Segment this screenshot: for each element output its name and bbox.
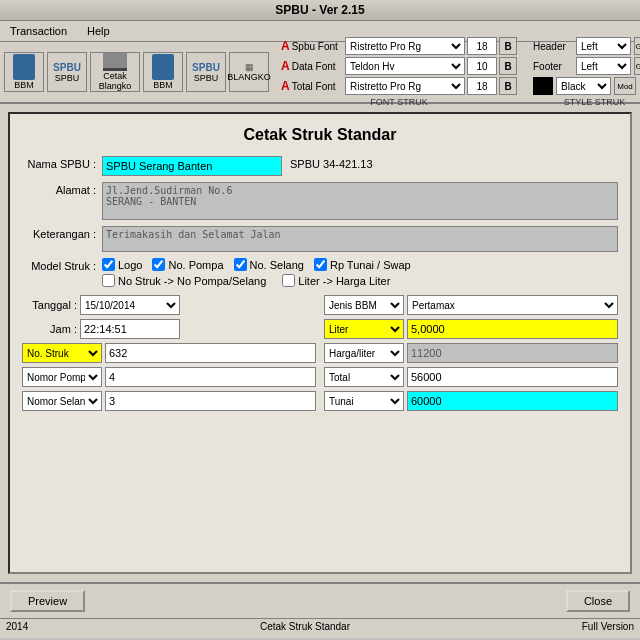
model-label: Model Struk : bbox=[22, 258, 102, 272]
spbu-font-size[interactable] bbox=[467, 37, 497, 55]
model-struk-row: Model Struk : Logo No. Pompa No. Selang … bbox=[22, 258, 618, 272]
garis-footer-btn[interactable]: Garis bbox=[634, 57, 640, 75]
data-left: Tanggal : 15/10/2014 Jam : No. Struk bbox=[22, 295, 316, 415]
total-font-bold[interactable]: B bbox=[499, 77, 517, 95]
total-font-select[interactable]: Ristretto Pro Rg bbox=[345, 77, 465, 95]
rptunai-checkbox-label[interactable]: Rp Tunai / Swap bbox=[314, 258, 411, 271]
preview-button[interactable]: Preview bbox=[10, 590, 85, 612]
logo-checkbox-label[interactable]: Logo bbox=[102, 258, 142, 271]
keterangan-label: Keterangan : bbox=[22, 226, 102, 240]
gas-icon bbox=[13, 54, 35, 80]
status-version: Full Version bbox=[582, 621, 634, 636]
bottom-bar: Preview Close bbox=[0, 582, 640, 618]
jenisbbm-select-label[interactable]: Jenis BBM bbox=[324, 295, 404, 315]
spbu2-button[interactable]: SPBU SPBU bbox=[186, 52, 226, 92]
logo-checkbox[interactable] bbox=[102, 258, 115, 271]
cetak-icon bbox=[103, 53, 127, 71]
alamat-textarea[interactable]: Jl.Jend.Sudirman No.6 SERANG - BANTEN bbox=[102, 182, 618, 220]
bbm2-button[interactable]: BBM bbox=[143, 52, 183, 92]
spbu-label: SPBU bbox=[55, 73, 80, 83]
nomorpompa-input[interactable] bbox=[105, 367, 316, 387]
nostruk-select[interactable]: No. Struk bbox=[22, 343, 102, 363]
nomorselang-select[interactable]: Nomor Selang bbox=[22, 391, 102, 411]
color-select[interactable]: Black bbox=[556, 77, 611, 95]
nopompa-checkbox[interactable] bbox=[152, 258, 165, 271]
nostruk-row: No. Struk bbox=[22, 343, 316, 363]
jenisbbm-row: Jenis BBM Pertamax bbox=[324, 295, 618, 315]
jam-label: Jam : bbox=[22, 323, 77, 335]
hargaliter-select[interactable]: Harga/liter bbox=[324, 343, 404, 363]
tanggal-label: Tanggal : bbox=[22, 299, 77, 311]
alamat-label: Alamat : bbox=[22, 182, 102, 196]
nostruk-checkbox-label[interactable]: No Struk -> No Pompa/Selang bbox=[102, 274, 266, 287]
keterangan-textarea[interactable]: Terimakasih dan Selamat Jalan bbox=[102, 226, 618, 252]
header-select[interactable]: Left bbox=[576, 37, 631, 55]
liter-input[interactable] bbox=[407, 319, 618, 339]
rptunai-checkbox[interactable] bbox=[314, 258, 327, 271]
color-swatch[interactable] bbox=[533, 77, 553, 95]
nama-label: Nama SPBU : bbox=[22, 156, 102, 170]
data-font-bold[interactable]: B bbox=[499, 57, 517, 75]
nomorselang-input[interactable] bbox=[105, 391, 316, 411]
nomorpompa-select[interactable]: Nomor Pompa bbox=[22, 367, 102, 387]
nostruk-checkbox[interactable] bbox=[102, 274, 115, 287]
noselang-checkbox-label[interactable]: No. Selang bbox=[234, 258, 304, 271]
total-font-size[interactable] bbox=[467, 77, 497, 95]
font-icon-a3: A bbox=[281, 79, 290, 93]
spbu2-label: SPBU bbox=[194, 73, 219, 83]
spbu-button[interactable]: SPBU SPBU bbox=[47, 52, 87, 92]
hargaliter-input[interactable] bbox=[407, 343, 618, 363]
color-row: Black Mod bbox=[533, 77, 640, 95]
blangko-icon: ▦ bbox=[245, 62, 254, 72]
spbu-font-row: A Spbu Font Ristretto Pro Rg B bbox=[281, 37, 517, 55]
data-font-select[interactable]: Teldon Hv bbox=[345, 57, 465, 75]
footer-select[interactable]: Left bbox=[576, 57, 631, 75]
spbu-icon2: SPBU bbox=[192, 62, 220, 73]
data-right: Jenis BBM Pertamax Liter Harga/li bbox=[324, 295, 618, 415]
tunai-input[interactable] bbox=[407, 391, 618, 411]
total-select[interactable]: Total bbox=[324, 367, 404, 387]
alamat-row: Alamat : Jl.Jend.Sudirman No.6 SERANG - … bbox=[22, 182, 618, 220]
spbu-font-label: A Spbu Font bbox=[281, 39, 343, 53]
bbm2-label: BBM bbox=[153, 80, 173, 90]
nama-input[interactable] bbox=[102, 156, 282, 176]
spbu-id: SPBU 34-421.13 bbox=[290, 156, 373, 170]
status-year: 2014 bbox=[6, 621, 28, 636]
total-row: Total bbox=[324, 367, 618, 387]
menu-transaction[interactable]: Transaction bbox=[4, 23, 73, 39]
noselang-checkbox[interactable] bbox=[234, 258, 247, 271]
font-section: A Spbu Font Ristretto Pro Rg B A Data Fo… bbox=[281, 37, 517, 107]
nomorselang-row: Nomor Selang bbox=[22, 391, 316, 411]
toolbar: BBM SPBU SPBU Cetak Blangko BBM SPBU SPB… bbox=[0, 42, 640, 104]
garis-header-btn[interactable]: Garis bbox=[634, 37, 640, 55]
keterangan-row: Keterangan : Terimakasih dan Selamat Jal… bbox=[22, 226, 618, 252]
data-font-label: A Data Font bbox=[281, 59, 343, 73]
menu-help[interactable]: Help bbox=[81, 23, 116, 39]
close-button[interactable]: Close bbox=[566, 590, 630, 612]
spbu-font-bold[interactable]: B bbox=[499, 37, 517, 55]
gas-icon2 bbox=[152, 54, 174, 80]
header-row: Header Left Garis bbox=[533, 37, 640, 55]
liter-checkbox-label[interactable]: Liter -> Harga Liter bbox=[282, 274, 390, 287]
bbm-label: BBM bbox=[14, 80, 34, 90]
header-label: Header bbox=[533, 41, 573, 52]
jam-row: Jam : bbox=[22, 319, 316, 339]
window-title: SPBU - Ver 2.15 bbox=[275, 3, 364, 17]
bbm-button[interactable]: BBM bbox=[4, 52, 44, 92]
spbu-font-select[interactable]: Ristretto Pro Rg bbox=[345, 37, 465, 55]
cetak-button[interactable]: Cetak Blangko bbox=[90, 52, 140, 92]
mod-btn[interactable]: Mod bbox=[614, 77, 636, 95]
blangko-button[interactable]: ▦ BLANGKO bbox=[229, 52, 269, 92]
nostruk-input[interactable] bbox=[105, 343, 316, 363]
data-font-size[interactable] bbox=[467, 57, 497, 75]
jam-input[interactable] bbox=[80, 319, 180, 339]
liter-select[interactable]: Liter bbox=[324, 319, 404, 339]
tunai-select[interactable]: Tunai bbox=[324, 391, 404, 411]
tanggal-select[interactable]: 15/10/2014 bbox=[80, 295, 180, 315]
total-input[interactable] bbox=[407, 367, 618, 387]
nopompa-checkbox-label[interactable]: No. Pompa bbox=[152, 258, 223, 271]
liter-checkbox[interactable] bbox=[282, 274, 295, 287]
tunai-row: Tunai bbox=[324, 391, 618, 411]
jenisbbm-value-select[interactable]: Pertamax bbox=[407, 295, 618, 315]
footer-row: Footer Left Garis bbox=[533, 57, 640, 75]
